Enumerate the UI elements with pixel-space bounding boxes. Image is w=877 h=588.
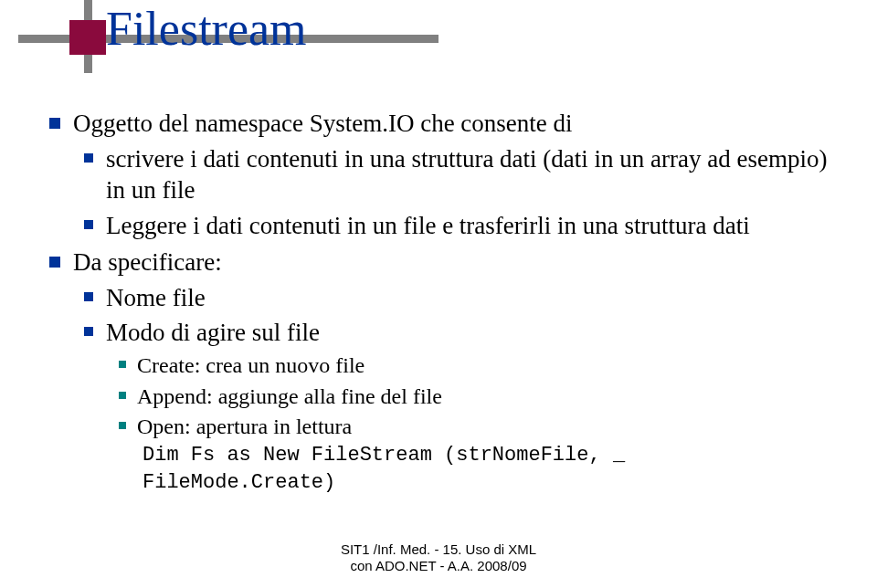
bullet-text: Nome file xyxy=(106,282,206,314)
bullet-square-icon xyxy=(49,118,60,129)
slide-footer: SIT1 /Inf. Med. - 15. Uso di XML con ADO… xyxy=(0,541,877,576)
footer-line2: con ADO.NET - A.A. 2008/09 xyxy=(0,558,877,575)
bullet-text: Modo di agire sul file xyxy=(106,317,320,349)
bullet-level3: Append: aggiunge alla fine del file xyxy=(119,383,840,411)
bullet-square-icon xyxy=(119,392,126,399)
bullet-level3: Create: crea un nuovo file xyxy=(119,352,840,380)
bullet-square-icon xyxy=(119,361,126,368)
slide-title: Filestream xyxy=(106,2,307,56)
code-line: Dim Fs as New FileStream (strNomeFile, _ xyxy=(143,443,840,468)
bullet-text: Oggetto del namespace System.IO che cons… xyxy=(73,108,573,140)
slide-content: Oggetto del namespace System.IO che cons… xyxy=(49,102,840,496)
bullet-text: Create: crea un nuovo file xyxy=(137,352,365,380)
bullet-level2: Nome file xyxy=(84,282,840,314)
bullet-square-icon xyxy=(119,422,126,429)
bullet-square-icon xyxy=(84,153,93,163)
bullet-level2: scrivere i dati contenuti in una struttu… xyxy=(84,143,840,206)
bullet-square-icon xyxy=(84,292,93,301)
bullet-square-icon xyxy=(84,220,93,229)
footer-line1: SIT1 /Inf. Med. - 15. Uso di XML xyxy=(0,541,877,559)
bullet-square-icon xyxy=(49,257,60,268)
bullet-level3: Open: apertura in lettura xyxy=(119,413,840,441)
bullet-level2: Modo di agire sul file xyxy=(84,317,840,349)
code-line: FileMode.Create) xyxy=(143,470,840,496)
bullet-level1: Da specificare: xyxy=(49,247,840,278)
bullet-text: Open: apertura in lettura xyxy=(137,413,352,441)
bullet-level2: Leggere i dati contenuti in un file e tr… xyxy=(84,210,840,242)
bullet-text: Leggere i dati contenuti in un file e tr… xyxy=(106,210,750,242)
deco-box xyxy=(69,20,106,55)
bullet-text: Append: aggiunge alla fine del file xyxy=(137,383,442,411)
bullet-square-icon xyxy=(84,327,93,336)
bullet-text: Da specificare: xyxy=(73,247,222,278)
bullet-level1: Oggetto del namespace System.IO che cons… xyxy=(49,108,840,140)
bullet-text: scrivere i dati contenuti in una struttu… xyxy=(106,143,840,206)
